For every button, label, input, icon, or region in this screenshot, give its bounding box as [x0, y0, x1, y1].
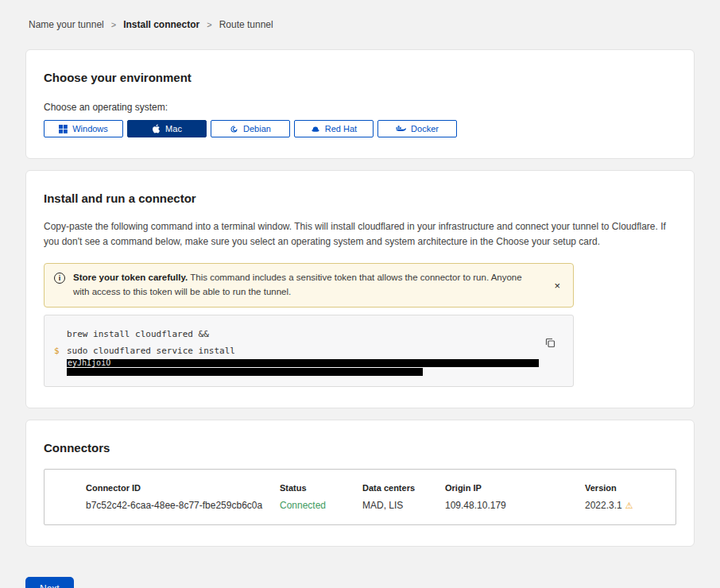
version-value: 2022.3.1 — [585, 500, 622, 511]
alert-title: Store your token carefully. — [73, 273, 188, 282]
code-line-1: brew install cloudflared && — [54, 326, 541, 342]
connectors-card: Connectors Connector ID Status Data cent… — [25, 420, 695, 547]
os-select-label: Choose an operating system: — [44, 102, 676, 113]
os-button-redhat[interactable]: Red Hat — [294, 120, 374, 137]
os-button-debian[interactable]: Debian — [211, 120, 290, 137]
token-warning-alert: i Store your token carefully. This comma… — [44, 263, 574, 308]
os-button-label: Red Hat — [325, 124, 357, 133]
environment-card: Choose your environment Choose an operat… — [25, 49, 695, 159]
col-header-data-centers: Data centers — [362, 470, 445, 497]
debian-icon — [230, 125, 238, 133]
page: Name your tunnel > Install connector > R… — [0, 0, 720, 588]
breadcrumb: Name your tunnel > Install connector > R… — [29, 19, 695, 30]
step-route-tunnel[interactable]: Route tunnel — [219, 19, 273, 30]
os-button-label: Debian — [243, 124, 271, 133]
connectors-table: Connector ID Status Data centers Origin … — [44, 469, 676, 525]
environment-card-title: Choose your environment — [44, 71, 676, 84]
shell-prompt: $ — [54, 342, 67, 359]
os-button-group: Windows Mac Debian Red Hat — [44, 120, 676, 137]
col-header-origin-ip: Origin IP — [445, 470, 585, 497]
col-header-status: Status — [280, 470, 362, 497]
info-icon: i — [54, 273, 65, 284]
connector-id-cell: b7c52c42-6caa-48ee-8c77-fbe259cb6c0a — [45, 497, 280, 524]
warning-icon: ⚠ — [625, 501, 633, 510]
os-button-label: Docker — [411, 124, 439, 133]
apple-icon — [152, 124, 161, 133]
code-line-2: $sudo cloudflared service install — [54, 342, 541, 359]
status-cell: Connected — [280, 497, 362, 524]
os-button-docker[interactable]: Docker — [377, 120, 457, 137]
redacted-token-line — [54, 367, 541, 376]
os-button-mac[interactable]: Mac — [127, 120, 207, 137]
redacted-token-bar — [67, 368, 423, 376]
redacted-token-line: eyJhIjoiO — [54, 359, 541, 367]
code-text: brew install cloudflared && — [67, 326, 214, 342]
os-button-label: Windows — [72, 124, 108, 133]
redacted-token-bar: eyJhIjoiO — [67, 359, 539, 367]
alert-text: Store your token carefully. This command… — [73, 271, 540, 300]
col-header-connector-id: Connector ID — [45, 470, 280, 497]
breadcrumb-separator: > — [207, 20, 211, 29]
info-icon-glyph: i — [59, 274, 61, 282]
install-card-title: Install and run a connector — [44, 191, 676, 205]
os-button-label: Mac — [165, 124, 182, 133]
table-header-row: Connector ID Status Data centers Origin … — [45, 470, 675, 497]
redhat-icon — [311, 125, 320, 133]
data-centers-cell: MAD, LIS — [362, 497, 445, 524]
next-button[interactable]: Next — [25, 577, 74, 588]
origin-ip-cell: 109.48.10.179 — [445, 497, 585, 524]
code-text: sudo cloudflared service install — [67, 342, 235, 359]
os-button-windows[interactable]: Windows — [44, 120, 123, 137]
copy-icon[interactable] — [545, 338, 555, 350]
col-header-version: Version — [585, 470, 675, 497]
windows-icon — [59, 125, 68, 133]
install-card: Install and run a connector Copy-paste t… — [25, 170, 695, 408]
step-install-connector[interactable]: Install connector — [123, 19, 199, 30]
table-row: b7c52c42-6caa-48ee-8c77-fbe259cb6c0a Con… — [45, 497, 675, 524]
close-icon[interactable]: × — [551, 278, 563, 293]
step-name-your-tunnel[interactable]: Name your tunnel — [29, 19, 104, 30]
version-cell: 2022.3.1⚠ — [585, 497, 675, 524]
breadcrumb-separator: > — [111, 20, 116, 29]
install-command-block: brew install cloudflared && $sudo cloudf… — [44, 315, 574, 387]
token-prefix: eyJhIjoiO — [67, 359, 539, 367]
install-description: Copy-paste the following command into a … — [44, 219, 676, 249]
docker-icon — [396, 125, 406, 133]
connectors-card-title: Connectors — [44, 441, 676, 455]
